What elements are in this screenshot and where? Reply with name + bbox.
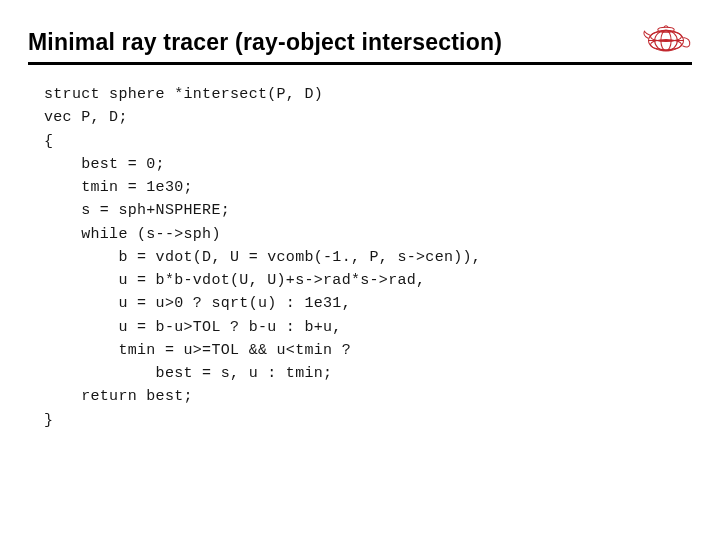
code-block: struct sphere *intersect(P, D) vec P, D;… <box>44 83 692 432</box>
title-underline <box>28 62 692 65</box>
page-title: Minimal ray tracer (ray-object intersect… <box>28 29 502 56</box>
title-row: Minimal ray tracer (ray-object intersect… <box>28 20 692 56</box>
slide: Minimal ray tracer (ray-object intersect… <box>0 0 720 540</box>
teapot-logo <box>640 20 692 56</box>
